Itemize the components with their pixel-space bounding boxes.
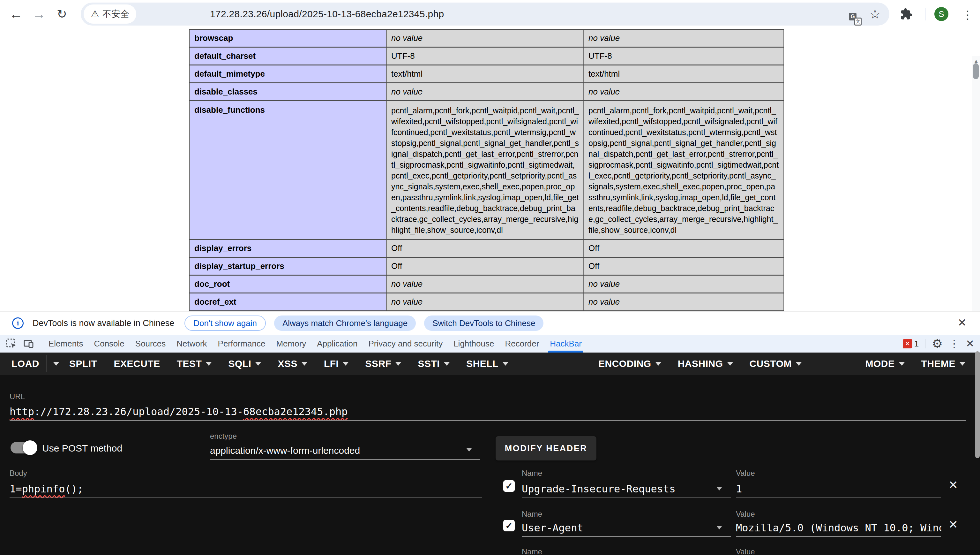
local-value-cell: no value: [387, 83, 584, 101]
master-value-cell: no value: [584, 83, 784, 101]
master-value-cell: pcntl_alarm,pcntl_fork,pcntl_waitpid,pcn…: [584, 101, 784, 239]
menu-load[interactable]: LOAD: [11, 355, 59, 372]
tab-lighthouse[interactable]: Lighthouse: [448, 335, 499, 353]
match-language-button[interactable]: Always match Chrome's language: [274, 316, 416, 331]
menu-mode[interactable]: MODE: [865, 358, 905, 369]
header-value-label: Value: [736, 469, 755, 478]
chevron-down-icon: [255, 362, 261, 366]
inspect-element-icon[interactable]: [5, 337, 17, 350]
header-name-label: Name: [522, 510, 542, 518]
header-name-select[interactable]: Upgrade-Insecure-Requests: [522, 483, 676, 495]
chevron-down-icon[interactable]: [717, 487, 722, 491]
menu-execute[interactable]: EXECUTE: [114, 358, 160, 369]
back-icon[interactable]: ←: [6, 0, 26, 28]
page-scrollbar-thumb[interactable]: [973, 63, 979, 79]
settings-gear-icon[interactable]: ⚙: [932, 337, 943, 350]
chevron-down-icon: [444, 362, 450, 366]
header-name-underline: [522, 497, 731, 498]
device-toolbar-icon[interactable]: [22, 337, 34, 350]
master-value-cell: no value: [584, 29, 784, 47]
tab-console[interactable]: Console: [88, 335, 129, 353]
hackbar-scrollbar-thumb[interactable]: [975, 351, 980, 458]
url-field-input[interactable]: http://172.28.23.26/upload/2025-10-13-68…: [10, 406, 348, 418]
modify-header-button[interactable]: MODIFY HEADER: [496, 436, 596, 460]
browser-menu-icon[interactable]: ⋮: [962, 8, 973, 22]
chevron-down-icon: [655, 362, 661, 366]
table-row: docref_ext no value no value: [190, 293, 784, 311]
chevron-down-icon: [727, 362, 733, 366]
menu-lfi[interactable]: LFI: [324, 358, 349, 369]
menu-custom[interactable]: CUSTOM: [750, 358, 802, 369]
tab-network[interactable]: Network: [171, 335, 212, 353]
notification-close-icon[interactable]: ✕: [958, 316, 967, 329]
chevron-down-icon: [959, 362, 965, 366]
header-checkbox[interactable]: ✓: [503, 520, 515, 531]
menu-hashing[interactable]: HASHING: [678, 358, 733, 369]
page-scrollbar[interactable]: ▲ ▼: [972, 56, 980, 311]
chevron-down-icon[interactable]: [467, 448, 472, 452]
address-bar[interactable]: ⚠ 不安全 172.28.23.26/upload/2025-10-13-68e…: [81, 3, 889, 26]
tab-recorder[interactable]: Recorder: [499, 335, 544, 353]
url-field-label: URL: [10, 392, 25, 401]
bookmark-star-icon[interactable]: ☆: [869, 8, 881, 21]
menu-sqli[interactable]: SQLI: [228, 358, 261, 369]
tab-hackbar[interactable]: HackBar: [544, 335, 587, 353]
tab-performance[interactable]: Performance: [213, 335, 271, 353]
local-value-cell: pcntl_alarm,pcntl_fork,pcntl_waitpid,pcn…: [387, 101, 584, 239]
header-value-input[interactable]: Mozilla/5.0 (Windows NT 10.0; Wind: [736, 522, 942, 534]
header-value-input[interactable]: 1: [736, 483, 742, 495]
chevron-down-icon: [503, 362, 508, 366]
tab-elements[interactable]: Elements: [43, 335, 88, 353]
devtools-close-icon[interactable]: ✕: [966, 337, 974, 350]
menu-test[interactable]: TEST: [177, 358, 212, 369]
chevron-down-icon: [302, 362, 307, 366]
header-name-label: Name: [522, 469, 542, 478]
security-chip[interactable]: ⚠ 不安全: [84, 5, 136, 24]
devtools-menu-icon[interactable]: ⋮: [949, 337, 959, 350]
directive-cell: browscap: [190, 29, 387, 47]
header-checkbox[interactable]: ✓: [503, 480, 515, 492]
dont-show-again-button[interactable]: Don't show again: [184, 316, 266, 331]
menu-encoding[interactable]: ENCODING: [598, 358, 661, 369]
tab-privacy-security[interactable]: Privacy and security: [363, 335, 448, 353]
menu-split[interactable]: SPLIT: [69, 358, 98, 369]
local-value-cell: text/html: [387, 65, 584, 83]
translate-icon[interactable]: G 文: [849, 13, 862, 26]
header-name-select[interactable]: User-Agent: [522, 522, 584, 534]
local-value-cell: Off: [387, 239, 584, 257]
profile-avatar[interactable]: S: [934, 7, 948, 21]
switch-chinese-button[interactable]: Switch DevTools to Chinese: [424, 316, 544, 331]
forward-icon[interactable]: →: [29, 0, 49, 28]
chevron-down-icon[interactable]: [53, 362, 59, 366]
error-indicator[interactable]: × 1: [903, 339, 919, 349]
warning-icon: ⚠: [91, 9, 99, 19]
enctype-select[interactable]: application/x-www-form-urlencoded: [210, 445, 360, 456]
menu-ssti[interactable]: SSTI: [418, 358, 450, 369]
remove-header-icon[interactable]: ✕: [948, 518, 958, 531]
extensions-icon[interactable]: [900, 8, 913, 21]
tab-application[interactable]: Application: [312, 335, 363, 353]
body-field-input[interactable]: 1=phpinfo();: [10, 483, 83, 495]
phpinfo-table: browscap no value no value default_chars…: [189, 29, 784, 311]
table-row: display_errors Off Off: [190, 239, 784, 257]
directive-cell: disable_functions: [190, 101, 387, 239]
tab-memory[interactable]: Memory: [270, 335, 312, 353]
use-post-toggle[interactable]: [11, 442, 36, 454]
chevron-down-icon: [796, 362, 802, 366]
directive-cell: disable_classes: [190, 83, 387, 101]
menu-xss[interactable]: XSS: [278, 358, 307, 369]
chevron-down-icon[interactable]: [717, 526, 722, 529]
menu-ssrf[interactable]: SSRF: [365, 358, 401, 369]
header-value-underline: [736, 497, 941, 498]
reload-icon[interactable]: ↻: [52, 0, 72, 28]
chevron-down-icon: [899, 362, 905, 366]
master-value-cell: text/html: [584, 65, 784, 83]
menu-theme[interactable]: THEME: [921, 358, 966, 369]
notification-text: DevTools is now available in Chinese: [32, 318, 174, 328]
header-value-underline: [736, 536, 941, 537]
menu-shell[interactable]: SHELL: [466, 358, 508, 369]
chevron-down-icon: [343, 362, 349, 366]
tab-sources[interactable]: Sources: [130, 335, 171, 353]
remove-header-icon[interactable]: ✕: [948, 478, 958, 492]
url-text[interactable]: 172.28.23.26/upload/2025-10-13-68ecba2e1…: [210, 3, 444, 26]
